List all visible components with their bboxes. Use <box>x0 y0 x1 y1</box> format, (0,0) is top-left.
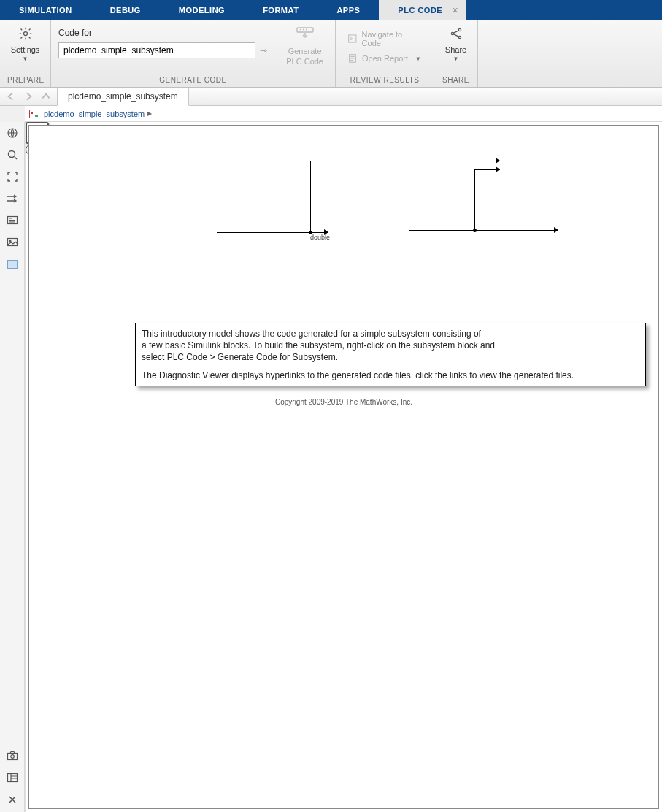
code-for-row: ⊸ <box>58 42 274 58</box>
group-label-prepare: PREPARE <box>7 74 43 87</box>
generate-code-icon <box>296 26 315 45</box>
group-label-share: SHARE <box>442 74 470 87</box>
report-icon <box>347 53 358 64</box>
svg-point-0 <box>23 32 27 36</box>
annotation-icon[interactable] <box>6 214 19 227</box>
share-button[interactable]: Share ▼ <box>442 23 470 65</box>
top-tab-bar: SIMULATION DEBUG MODELING FORMAT APPS PL… <box>0 0 662 20</box>
group-label-review: REVIEW RESULTS <box>343 74 426 87</box>
canvas[interactable]: U Y SimpleSubsystem 1 double This introd… <box>25 122 662 812</box>
tab-modeling[interactable]: MODELING <box>160 0 244 20</box>
panel-icon[interactable] <box>6 771 19 784</box>
svg-point-8 <box>8 151 15 158</box>
copyright-text: Copyright 2009-2019 The MathWorks, Inc. <box>26 398 662 406</box>
arrows-icon[interactable] <box>6 192 19 205</box>
svg-point-6 <box>458 36 461 38</box>
navigate-label: Navigate to Code <box>362 30 422 47</box>
navigate-to-code-button[interactable]: Navigate to Code <box>343 28 426 50</box>
tab-apps[interactable]: APPS <box>317 0 379 20</box>
nav-forward-button[interactable] <box>22 90 35 103</box>
chevron-down-icon: ▼ <box>415 55 421 62</box>
nav-up-button[interactable] <box>39 90 53 103</box>
group-generate-code: Code for ⊸ Generate PLC Code GENERATE CO… <box>51 20 336 87</box>
scope-block[interactable] <box>26 122 49 144</box>
code-for-input[interactable] <box>58 42 255 58</box>
svg-point-11 <box>9 240 11 242</box>
group-share: Share ▼ SHARE <box>434 20 478 87</box>
svg-rect-12 <box>7 261 17 269</box>
wire <box>310 161 311 233</box>
note-line: a few basic Simulink blocks. To build th… <box>142 340 639 351</box>
tab-plc-code[interactable]: PLC CODE × <box>379 0 466 20</box>
gear-icon <box>18 26 33 44</box>
junction <box>309 231 312 234</box>
datatype-label: double <box>310 234 330 241</box>
svg-rect-13 <box>7 754 17 760</box>
settings-button[interactable]: Settings ▼ <box>7 23 43 65</box>
note-line: The Diagnostic Viewer displays hyperlink… <box>142 369 639 381</box>
wire <box>409 230 558 231</box>
area-icon[interactable] <box>6 258 19 271</box>
fit-to-view-icon[interactable] <box>6 170 19 183</box>
pin-icon[interactable]: ⊸ <box>260 45 267 55</box>
share-label: Share <box>445 45 466 54</box>
close-icon[interactable]: × <box>453 0 459 20</box>
tab-debug[interactable]: DEBUG <box>91 0 160 20</box>
svg-point-4 <box>451 32 453 34</box>
breadcrumb[interactable]: plcdemo_simple_subsystem ▶ <box>44 110 152 118</box>
wire <box>474 169 475 231</box>
tab-plc-code-label: PLC CODE <box>398 6 442 15</box>
group-review-results: Navigate to Code Open Report ▼ REVIEW RE… <box>336 20 434 87</box>
workspace: U Y SimpleSubsystem 1 double This introd… <box>0 122 662 812</box>
svg-rect-15 <box>7 774 17 782</box>
chevron-down-icon: ▼ <box>23 55 28 62</box>
note-line: This introductory model shows the code g… <box>142 328 639 340</box>
settings-label: Settings <box>11 45 40 54</box>
generate-plc-code-button[interactable]: Generate PLC Code <box>282 23 328 69</box>
open-report-label: Open Report <box>362 54 408 63</box>
browser-icon[interactable] <box>6 126 19 139</box>
navigate-icon <box>347 34 358 44</box>
chevron-down-icon: ▼ <box>453 55 459 62</box>
group-label-generate: GENERATE CODE <box>51 74 335 87</box>
tab-simulation[interactable]: SIMULATION <box>0 0 91 20</box>
share-icon <box>449 26 463 44</box>
toolstrip: Settings ▼ PREPARE Code for ⊸ Generate P… <box>0 20 662 88</box>
chevron-right-icon: ▶ <box>147 110 152 117</box>
wire <box>310 161 500 161</box>
breadcrumb-label: plcdemo_simple_subsystem <box>44 110 145 118</box>
camera-icon[interactable] <box>6 749 19 762</box>
model-icon <box>29 110 39 118</box>
annotation[interactable]: This introductory model shows the code g… <box>135 323 646 386</box>
model-tab[interactable]: plcdemo_simple_subsystem <box>57 88 189 106</box>
tab-format[interactable]: FORMAT <box>244 0 317 20</box>
image-icon[interactable] <box>6 236 19 249</box>
expand-icon[interactable] <box>6 793 19 806</box>
svg-point-5 <box>458 28 461 31</box>
group-prepare: Settings ▼ PREPARE <box>0 20 51 87</box>
nav-back-button[interactable] <box>4 90 18 103</box>
code-for-label: Code for <box>58 28 274 38</box>
breadcrumb-bar: plcdemo_simple_subsystem ▶ <box>25 106 662 122</box>
svg-rect-1 <box>297 28 313 32</box>
generate-label-1: Generate <box>288 47 322 55</box>
generate-label-2: PLC Code <box>286 57 323 66</box>
note-line: select PLC Code > Generate Code for Subs… <box>142 351 639 363</box>
open-report-button[interactable]: Open Report ▼ <box>343 51 426 66</box>
nav-bar: plcdemo_simple_subsystem <box>0 88 662 106</box>
palette <box>0 122 25 812</box>
svg-point-14 <box>10 755 14 759</box>
junction <box>473 229 477 232</box>
zoom-icon[interactable] <box>6 148 19 161</box>
